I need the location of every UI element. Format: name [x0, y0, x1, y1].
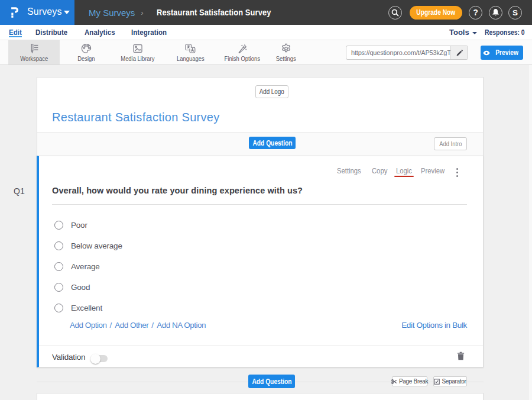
design-palette-icon: [80, 43, 92, 54]
add-question-button-top[interactable]: Add Question: [249, 137, 296, 149]
product-switcher[interactable]: Surveys: [0, 0, 74, 25]
radio-button-icon[interactable]: [54, 304, 63, 312]
tab-edit[interactable]: Edit: [9, 28, 22, 37]
validation-row: Validation: [39, 346, 483, 368]
add-intro-button[interactable]: Add Intro: [434, 137, 467, 150]
question-logic-link[interactable]: Logic: [396, 167, 412, 175]
workspace-icon: [28, 43, 40, 54]
add-other-link[interactable]: Add Other: [115, 321, 148, 330]
header-add-question-row: Add Question Add Intro: [37, 132, 483, 156]
answer-option-row[interactable]: Good: [54, 277, 467, 298]
radio-button-icon[interactable]: [54, 221, 63, 230]
radio-button-icon[interactable]: [54, 283, 63, 292]
question-card: Settings Copy Logic Preview Overall, how…: [37, 156, 484, 367]
tab-integration[interactable]: Integration: [131, 28, 167, 37]
toolbar-item-media-library[interactable]: Media Library: [113, 40, 163, 64]
question-number-label: Q1: [14, 186, 25, 196]
question-preview-link[interactable]: Preview: [421, 167, 445, 175]
toolbar-item-finish-options[interactable]: Finish Options: [216, 40, 268, 64]
toolbar-label-media-library: Media Library: [117, 55, 158, 62]
page-break-button[interactable]: Page Break: [392, 376, 427, 386]
add-logo-button[interactable]: Add Logo: [255, 85, 288, 98]
answer-option-row[interactable]: Poor: [54, 215, 467, 236]
answer-option-row[interactable]: Average: [54, 256, 467, 277]
question-copy-link[interactable]: Copy: [372, 167, 387, 175]
tab-analytics[interactable]: Analytics: [85, 28, 115, 37]
question-settings-link[interactable]: Settings: [337, 167, 361, 175]
separator-icon: [434, 379, 440, 385]
option-links-row: Add Option / Add Other / Add NA Option E…: [70, 321, 467, 330]
search-button[interactable]: [388, 6, 402, 20]
preview-button[interactable]: Preview: [481, 46, 523, 60]
answer-option-row[interactable]: Below average: [54, 236, 467, 256]
survey-link-input[interactable]: [346, 46, 450, 59]
survey-nav-bar: Edit Distribute Analytics Integration To…: [0, 25, 532, 40]
answer-option-label[interactable]: Good: [71, 283, 90, 292]
scrollbar-track[interactable]: [528, 65, 532, 400]
trash-icon: [457, 351, 465, 360]
survey-title[interactable]: Restaurant Satisfaction Survey: [52, 111, 220, 124]
tools-menu[interactable]: Tools: [449, 28, 477, 37]
separator-button[interactable]: Separator: [433, 376, 467, 386]
product-name: Surveys: [27, 7, 62, 17]
edit-options-in-bulk-link[interactable]: Edit Options in Bulk: [401, 321, 467, 330]
upgrade-now-button[interactable]: Upgrade Now: [410, 6, 462, 20]
avatar-initial: S: [512, 8, 518, 17]
question-text-wrap[interactable]: Overall, how would you rate your dining …: [52, 185, 467, 205]
radio-button-icon[interactable]: [54, 262, 63, 271]
toolbar-item-settings[interactable]: Settings: [270, 40, 303, 64]
responses-count[interactable]: Responses: 0: [485, 28, 525, 37]
settings-gear-icon: [280, 43, 292, 54]
edit-link-button[interactable]: [450, 46, 468, 59]
toolbar-item-languages[interactable]: Languages: [166, 40, 215, 64]
finish-options-wand-icon: [236, 43, 248, 54]
add-question-button-bottom[interactable]: Add Question: [248, 375, 295, 388]
pencil-icon: [456, 50, 463, 56]
header-actions: Upgrade Now ? S: [388, 0, 532, 25]
questionpro-survey-editor: Surveys My Surveys › Restaurant Satisfac…: [0, 0, 532, 400]
answer-option-label[interactable]: Poor: [71, 221, 87, 230]
add-na-option-link[interactable]: Add NA Option: [157, 321, 206, 330]
option-link-separator: /: [151, 321, 154, 330]
option-link-separator: /: [110, 321, 112, 330]
validation-toggle[interactable]: [91, 355, 108, 362]
breadcrumb-separator-icon: ›: [141, 8, 143, 17]
question-mark-icon: ?: [473, 8, 478, 17]
toolbar-label-settings: Settings: [274, 55, 299, 62]
answer-option-label[interactable]: Average: [71, 262, 100, 271]
toggle-knob: [90, 354, 100, 364]
survey-canvas: Add Logo Restaurant Satisfaction Survey …: [0, 65, 532, 400]
search-icon: [391, 9, 399, 17]
answer-option-label[interactable]: Below average: [71, 241, 122, 250]
top-header-bar: Surveys My Surveys › Restaurant Satisfac…: [0, 0, 532, 25]
tools-caret-icon: [472, 32, 477, 34]
help-button[interactable]: ?: [469, 6, 482, 20]
toolbar-label-design: Design: [76, 55, 97, 62]
separator-label: Separator: [442, 378, 466, 385]
answer-option-row[interactable]: Excellent: [54, 298, 467, 318]
questionpro-logo-icon: [11, 7, 19, 18]
tab-distribute[interactable]: Distribute: [35, 28, 67, 37]
notifications-button[interactable]: [489, 6, 502, 20]
question-text[interactable]: Overall, how would you rate your dining …: [52, 186, 303, 195]
answer-option-label[interactable]: Excellent: [71, 304, 102, 312]
toolbar-item-design[interactable]: Design: [63, 40, 110, 64]
breadcrumb-survey-name: Restaurant Satisfaction Survey: [157, 8, 285, 17]
workspace-toolbar: Workspace Design: [0, 40, 532, 65]
toolbar-label-finish-options: Finish Options: [220, 55, 264, 62]
account-avatar[interactable]: S: [508, 6, 522, 20]
bottom-add-question-row: Add Question Page Break Separator: [37, 371, 484, 395]
toolbar-label-workspace: Workspace: [17, 55, 51, 62]
add-option-link[interactable]: Add Option: [70, 321, 107, 330]
breadcrumb-my-surveys[interactable]: My Surveys: [89, 8, 135, 18]
page-break-scissors-icon: [391, 379, 397, 385]
question-more-menu-icon[interactable]: [456, 168, 458, 179]
bell-icon: [492, 8, 499, 17]
radio-button-icon[interactable]: [54, 241, 63, 250]
toolbar-item-workspace[interactable]: Workspace: [8, 40, 60, 64]
breadcrumb: My Surveys › Restaurant Satisfaction Sur…: [89, 0, 285, 25]
answer-options: Poor Below average Average Good Excellen…: [54, 215, 467, 318]
survey-header-card: Add Logo Restaurant Satisfaction Survey …: [37, 77, 484, 156]
delete-question-button[interactable]: [457, 351, 465, 360]
next-section-card: [37, 393, 484, 400]
